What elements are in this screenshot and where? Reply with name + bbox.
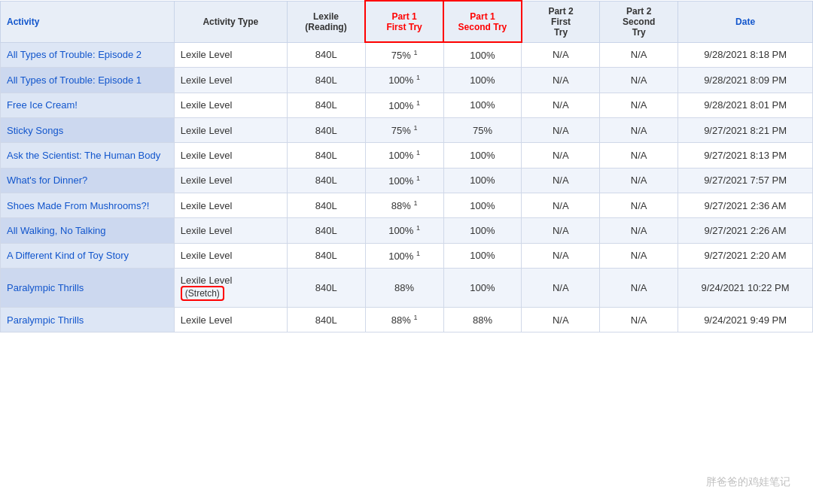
p2-first-cell: N/A bbox=[522, 42, 600, 68]
header-part1-second: Part 1Second Try bbox=[443, 1, 522, 42]
p1-first-cell: 75% 1 bbox=[365, 117, 443, 142]
activity-cell: All Types of Trouble: Episode 2 bbox=[1, 42, 175, 68]
header-activity[interactable]: Activity bbox=[1, 1, 175, 42]
p2-second-cell: N/A bbox=[600, 307, 678, 332]
p1-second-cell: 100% bbox=[443, 268, 522, 307]
p2-first-cell: N/A bbox=[522, 268, 600, 307]
activity-link[interactable]: All Types of Trouble: Episode 2 bbox=[7, 49, 142, 60]
p1-second-cell: 100% bbox=[443, 42, 522, 68]
p1-first-cell: 100% 1 bbox=[365, 218, 443, 243]
p2-first-cell: N/A bbox=[522, 143, 600, 168]
activity-cell: Sticky Songs bbox=[1, 117, 175, 142]
activity-cell: Shoes Made From Mushrooms?! bbox=[1, 193, 175, 217]
header-lexile: Lexile(Reading) bbox=[287, 1, 365, 42]
activity-link[interactable]: A Different Kind of Toy Story bbox=[7, 250, 129, 261]
p1-first-cell: 100% 1 bbox=[365, 168, 443, 193]
activity-type-cell: Lexile Level bbox=[174, 42, 287, 68]
activity-type-cell: Lexile Level bbox=[174, 168, 287, 193]
activity-link[interactable]: Paralympic Thrills bbox=[7, 314, 84, 326]
lexile-cell: 840L bbox=[287, 68, 365, 93]
header-activity-type: Activity Type bbox=[174, 1, 287, 42]
activity-type-cell: Lexile Level bbox=[174, 193, 287, 217]
p1-second-cell: 75% bbox=[443, 117, 522, 142]
activity-type-cell: Lexile Level bbox=[174, 243, 287, 268]
activity-link[interactable]: All Types of Trouble: Episode 1 bbox=[7, 74, 142, 86]
p2-first-cell: N/A bbox=[522, 243, 600, 268]
p1-second-cell: 100% bbox=[443, 143, 522, 168]
p2-second-cell: N/A bbox=[600, 268, 678, 307]
p2-first-cell: N/A bbox=[522, 117, 600, 142]
lexile-cell: 840L bbox=[287, 307, 365, 332]
date-cell: 9/27/2021 7:57 PM bbox=[678, 168, 813, 193]
activity-link[interactable]: What's for Dinner? bbox=[7, 175, 87, 186]
p1-first-cell: 88% bbox=[365, 268, 443, 307]
header-part2-second: Part 2SecondTry bbox=[600, 1, 678, 42]
date-cell: 9/27/2021 8:21 PM bbox=[678, 117, 813, 142]
p1-first-cell: 100% 1 bbox=[365, 93, 443, 117]
activity-cell: Ask the Scientist: The Human Body bbox=[1, 143, 175, 168]
lexile-cell: 840L bbox=[287, 117, 365, 142]
header-part1-first: Part 1First Try bbox=[365, 1, 443, 42]
date-cell: 9/27/2021 8:13 PM bbox=[678, 143, 813, 168]
date-cell: 9/24/2021 10:22 PM bbox=[678, 268, 813, 307]
p1-first-cell: 88% 1 bbox=[365, 307, 443, 332]
lexile-cell: 840L bbox=[287, 193, 365, 217]
activity-type-cell: Lexile Level(Stretch) bbox=[174, 268, 287, 307]
date-cell: 9/27/2021 2:20 AM bbox=[678, 243, 813, 268]
activity-cell: Paralympic Thrills bbox=[1, 268, 175, 307]
activity-link[interactable]: All Walking, No Talking bbox=[7, 225, 106, 236]
p1-second-cell: 88% bbox=[443, 307, 522, 332]
lexile-cell: 840L bbox=[287, 93, 365, 117]
p1-first-cell: 100% 1 bbox=[365, 143, 443, 168]
lexile-cell: 840L bbox=[287, 218, 365, 243]
header-date[interactable]: Date bbox=[678, 1, 813, 42]
p1-second-cell: 100% bbox=[443, 193, 522, 217]
lexile-cell: 840L bbox=[287, 268, 365, 307]
activity-type-cell: Lexile Level bbox=[174, 93, 287, 117]
lexile-cell: 840L bbox=[287, 168, 365, 193]
date-sort-link[interactable]: Date bbox=[735, 17, 755, 27]
activity-link[interactable]: Ask the Scientist: The Human Body bbox=[7, 150, 160, 161]
activity-type-cell: Lexile Level bbox=[174, 117, 287, 142]
p2-second-cell: N/A bbox=[600, 243, 678, 268]
date-cell: 9/24/2021 9:49 PM bbox=[678, 307, 813, 332]
p2-first-cell: N/A bbox=[522, 307, 600, 332]
p2-first-cell: N/A bbox=[522, 93, 600, 117]
p1-second-cell: 100% bbox=[443, 243, 522, 268]
p2-first-cell: N/A bbox=[522, 218, 600, 243]
activity-cell: What's for Dinner? bbox=[1, 168, 175, 193]
activity-link[interactable]: Paralympic Thrills bbox=[7, 282, 84, 293]
p1-first-cell: 88% 1 bbox=[365, 193, 443, 217]
p1-first-cell: 100% 1 bbox=[365, 243, 443, 268]
date-cell: 9/28/2021 8:09 PM bbox=[678, 68, 813, 93]
lexile-cell: 840L bbox=[287, 42, 365, 68]
date-cell: 9/28/2021 8:01 PM bbox=[678, 93, 813, 117]
p2-second-cell: N/A bbox=[600, 193, 678, 217]
lexile-cell: 840L bbox=[287, 143, 365, 168]
p2-first-cell: N/A bbox=[522, 193, 600, 217]
p2-first-cell: N/A bbox=[522, 68, 600, 93]
p1-first-cell: 100% 1 bbox=[365, 68, 443, 93]
p1-first-cell: 75% 1 bbox=[365, 42, 443, 68]
p2-second-cell: N/A bbox=[600, 93, 678, 117]
activity-table: Activity Activity Type Lexile(Reading) P… bbox=[0, 0, 813, 332]
activity-type-cell: Lexile Level bbox=[174, 143, 287, 168]
stretch-badge: (Stretch) bbox=[181, 286, 224, 301]
p1-second-cell: 100% bbox=[443, 68, 522, 93]
activity-link[interactable]: Free Ice Cream! bbox=[7, 99, 78, 111]
header-part2-first: Part 2FirstTry bbox=[522, 1, 600, 42]
p2-second-cell: N/A bbox=[600, 143, 678, 168]
p2-second-cell: N/A bbox=[600, 42, 678, 68]
activity-type-cell: Lexile Level bbox=[174, 68, 287, 93]
activity-sort-link[interactable]: Activity bbox=[7, 17, 39, 27]
activity-link[interactable]: Shoes Made From Mushrooms?! bbox=[7, 200, 149, 211]
p2-second-cell: N/A bbox=[600, 117, 678, 142]
activity-link[interactable]: Sticky Songs bbox=[7, 125, 63, 136]
date-cell: 9/28/2021 8:18 PM bbox=[678, 42, 813, 68]
activity-cell: A Different Kind of Toy Story bbox=[1, 243, 175, 268]
activity-cell: Paralympic Thrills bbox=[1, 307, 175, 332]
lexile-cell: 840L bbox=[287, 243, 365, 268]
date-cell: 9/27/2021 2:36 AM bbox=[678, 193, 813, 217]
activity-cell: All Walking, No Talking bbox=[1, 218, 175, 243]
activity-cell: Free Ice Cream! bbox=[1, 93, 175, 117]
